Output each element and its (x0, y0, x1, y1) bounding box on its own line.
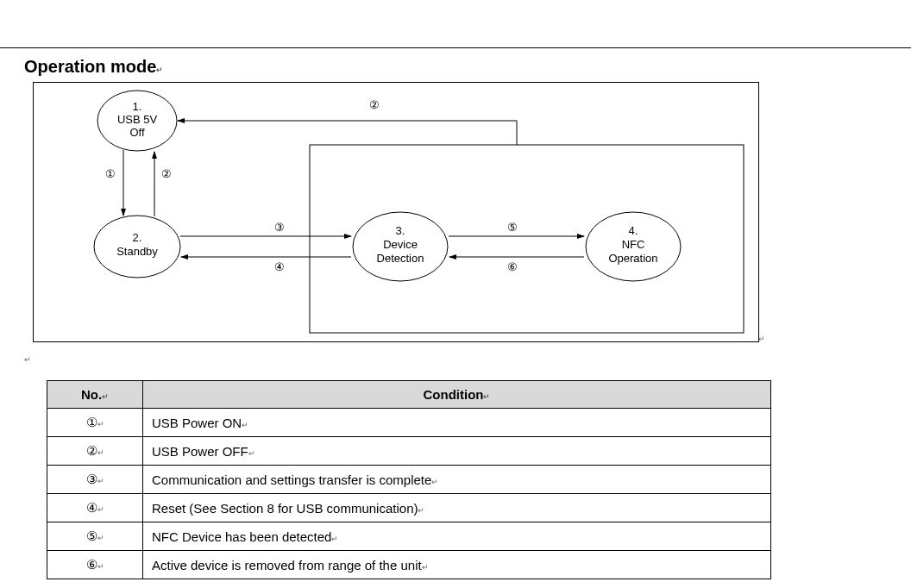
carriage-return-mark: ↵ (97, 534, 104, 542)
svg-text:USB 5V: USB 5V (117, 113, 158, 126)
svg-text:2.: 2. (133, 231, 142, 244)
node2-line1: 2. (133, 231, 142, 244)
svg-text:1.: 1. (133, 100, 142, 113)
svg-text:Off: Off (129, 126, 144, 139)
condition-table-wrap: No.↵ Condition↵ ①↵ USB Power ON↵ ②↵ USB … (47, 380, 887, 579)
row-no: ① (86, 415, 97, 429)
carriage-return-mark: ↵ (418, 506, 424, 515)
row-cond: Reset (See Section 8 for USB communicati… (152, 501, 418, 516)
node2-line2: Standby (116, 245, 158, 258)
edge-label-3: ③ (274, 221, 285, 234)
svg-text:Standby: Standby (116, 245, 158, 258)
table-row: ③↵ Communication and settings transfer i… (47, 466, 771, 494)
row-cond: USB Power OFF (152, 444, 248, 459)
svg-text:Detection: Detection (377, 252, 424, 265)
header-condition: Condition (424, 387, 484, 402)
carriage-return-mark: ↵ (483, 392, 490, 401)
node4-line2: NFC (622, 238, 645, 251)
carriage-return-mark: ↵ (758, 335, 765, 343)
svg-text:⑤: ⑤ (507, 221, 518, 234)
row-no: ② (86, 443, 97, 458)
carriage-return-mark: ↵ (97, 477, 104, 485)
svg-text:②: ② (161, 167, 172, 180)
edge-label-2b: ② (369, 98, 380, 111)
node4-line1: 4. (629, 224, 638, 237)
row-cond: USB Power ON (152, 416, 242, 430)
carriage-return-mark: ↵ (102, 392, 109, 401)
carriage-return-mark: ↵ (97, 505, 104, 514)
table-row: ②↵ USB Power OFF↵ (47, 437, 771, 466)
row-cond: Active device is removed from range of t… (152, 558, 422, 572)
svg-text:NFC: NFC (622, 238, 645, 251)
row-no: ⑥ (86, 557, 97, 572)
carriage-return-mark: ↵ (24, 355, 31, 364)
edge-label-6: ⑥ (507, 260, 518, 273)
table-row: ④↵ Reset (See Section 8 for USB communic… (47, 494, 771, 522)
carriage-return-mark: ↵ (248, 449, 255, 458)
row-cond: NFC Device has been detected (152, 529, 331, 544)
page-content: Operation mode↵ 1. USB 5V Off 2. Standby… (0, 48, 911, 588)
node1-line3: Off (129, 126, 144, 139)
carriage-return-mark: ↵ (331, 535, 338, 543)
svg-text:Device: Device (383, 238, 418, 251)
node1-line2: USB 5V (117, 113, 158, 126)
carriage-return-mark: ↵ (97, 448, 104, 457)
carriage-return-mark: ↵ (242, 421, 248, 429)
carriage-return-mark: ↵ (422, 563, 429, 572)
svg-text:⑥: ⑥ (507, 260, 518, 273)
table-header-row: No.↵ Condition↵ (47, 381, 771, 409)
row-no: ④ (86, 500, 97, 515)
row-no: ⑤ (86, 529, 97, 543)
condition-table: No.↵ Condition↵ ①↵ USB Power ON↵ ②↵ USB … (47, 380, 771, 579)
row-cond: Communication and settings transfer is c… (152, 472, 431, 487)
table-row: ⑤↵ NFC Device has been detected↵ (47, 522, 771, 551)
table-row: ①↵ USB Power ON↵ (47, 409, 771, 437)
section-title: Operation mode (24, 57, 156, 76)
table-row: ⑥↵ Active device is removed from range o… (47, 551, 771, 579)
carriage-return-mark: ↵ (156, 66, 163, 74)
svg-text:4.: 4. (629, 224, 638, 237)
svg-text:②: ② (369, 98, 380, 111)
svg-text:①: ① (105, 167, 116, 180)
svg-text:④: ④ (274, 260, 285, 273)
node1-line1: 1. (133, 100, 142, 113)
edge-label-4: ④ (274, 260, 285, 273)
node3-line3: Detection (377, 252, 424, 265)
header-no: No. (81, 387, 102, 402)
carriage-return-mark: ↵ (97, 420, 104, 428)
carriage-return-mark: ↵ (431, 478, 438, 486)
svg-text:③: ③ (274, 221, 285, 234)
edge-label-1: ① (105, 167, 116, 180)
state-diagram: 1. USB 5V Off 2. Standby 3. Device Detec… (33, 82, 759, 342)
svg-text:3.: 3. (396, 224, 405, 237)
svg-text:Operation: Operation (608, 252, 657, 265)
edge-label-5: ⑤ (507, 221, 518, 234)
row-no: ③ (86, 472, 97, 486)
edge-label-2a: ② (161, 167, 172, 180)
node3-line2: Device (383, 238, 418, 251)
node4-line3: Operation (608, 252, 657, 265)
node3-line1: 3. (396, 224, 405, 237)
carriage-return-mark: ↵ (97, 562, 104, 571)
